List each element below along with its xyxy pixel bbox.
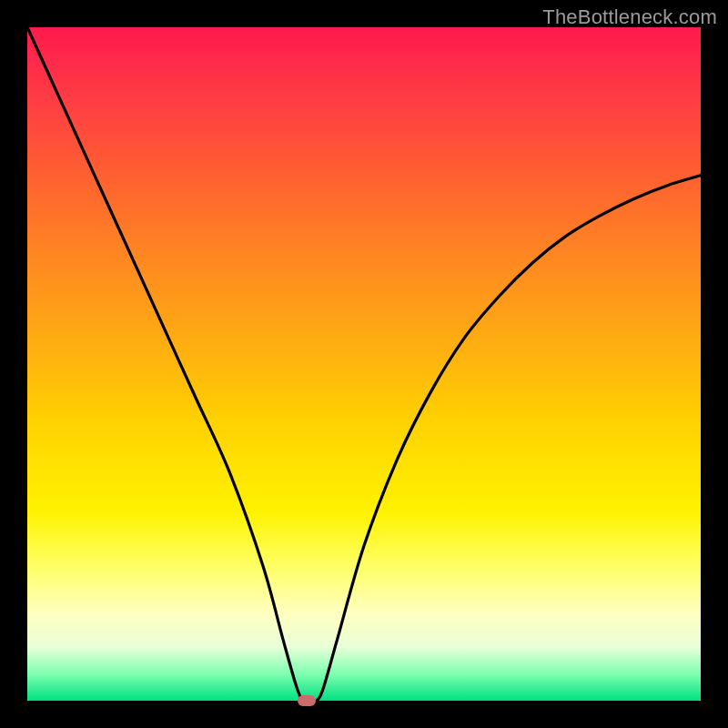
chart-frame: TheBottleneck.com	[0, 0, 728, 728]
watermark-text: TheBottleneck.com	[542, 5, 717, 29]
curve-svg	[27, 27, 701, 701]
bottleneck-curve	[27, 27, 701, 702]
optimum-marker	[298, 695, 316, 706]
plot-area	[27, 27, 701, 701]
